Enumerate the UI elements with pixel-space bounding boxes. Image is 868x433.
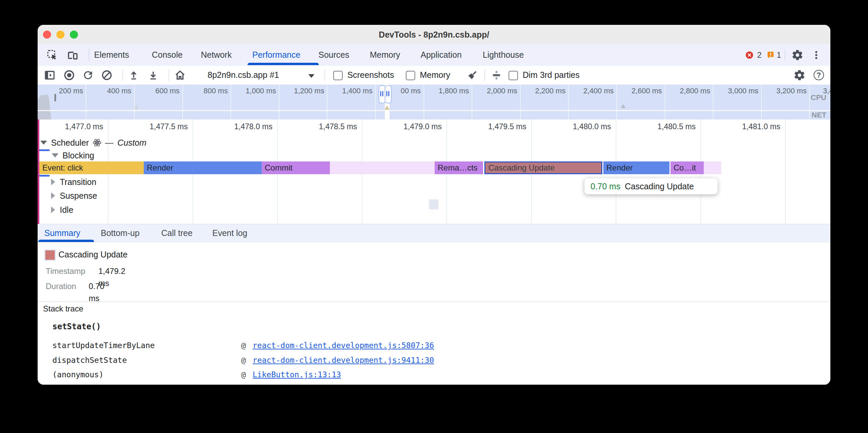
track-kind-dash: —	[105, 138, 114, 148]
screenshots-checkbox[interactable]	[333, 71, 343, 80]
overview-tick-label: 600 ms	[129, 87, 180, 95]
track-suspense[interactable]: Suspense	[51, 190, 97, 202]
clear-icon[interactable]	[101, 69, 113, 81]
event-color-swatch	[44, 249, 56, 261]
help-icon[interactable]: ?	[814, 70, 826, 82]
tab-sources[interactable]: Sources	[318, 45, 349, 65]
tab-memory[interactable]: Memory	[370, 45, 400, 65]
tab-performance[interactable]: Performance	[252, 45, 300, 65]
macos-titlebar: DevTools - 8p2n9n.csb.app/	[38, 25, 830, 45]
stack-frames: startUpdateTimerByLane@react-dom-client.…	[38, 338, 830, 385]
devtools-window: DevTools - 8p2n9n.csb.app/ Elements Cons…	[38, 25, 830, 385]
ruler-gridline	[785, 120, 786, 224]
flame-bar[interactable]: Render	[603, 162, 670, 174]
expand-triangle-icon[interactable]	[51, 206, 55, 213]
stack-frame-at: @	[241, 368, 246, 382]
tab-console[interactable]: Console	[152, 45, 183, 65]
device-toolbar-icon[interactable]	[66, 49, 79, 61]
window-title: DevTools - 8p2n9n.csb.app/	[38, 25, 830, 45]
dim-3rd-parties-label[interactable]: Dim 3rd parties	[523, 66, 580, 84]
tab-network[interactable]: Network	[201, 45, 232, 65]
record-and-reload-icon[interactable]	[82, 69, 94, 81]
flame-bar[interactable]	[330, 162, 435, 174]
collapse-triangle-icon[interactable]	[52, 154, 58, 158]
toolbar-separator	[168, 69, 169, 81]
overview-tick-label: 3,4	[823, 87, 830, 95]
flame-bar-label: Render	[603, 163, 633, 172]
overview-tick-label: 200 ms	[38, 87, 83, 95]
shrink-flame-chart-icon[interactable]	[490, 69, 502, 81]
memory-label[interactable]: Memory	[420, 66, 450, 84]
warning-count[interactable]: 1	[777, 45, 781, 65]
performance-settings-gear-icon[interactable]	[794, 69, 806, 81]
track-idle[interactable]: Idle	[51, 204, 73, 216]
warning-count-icon[interactable]	[767, 51, 775, 59]
source-location-link[interactable]: react-dom-client.development.js:5807:36	[253, 338, 434, 353]
flame-bar[interactable]: Rema…cts	[435, 162, 483, 174]
ruler-tick-label: 1,477.0 ms	[46, 122, 103, 131]
flame-bar[interactable]	[704, 162, 721, 174]
tab-event-log[interactable]: Event log	[212, 224, 247, 242]
ruler-tick-label: 1,479.5 ms	[469, 122, 526, 131]
overview-tick-label: 2,600 ms	[612, 87, 662, 95]
toggle-sidebar-icon[interactable]	[44, 69, 56, 81]
save-profile-icon[interactable]	[147, 69, 159, 81]
error-count[interactable]: 2	[757, 45, 762, 65]
timestamp-row: Timestamp 1,479.2 ms	[46, 265, 85, 277]
tab-call-tree[interactable]: Call tree	[161, 224, 192, 242]
flame-magenta-marker	[38, 120, 39, 224]
memory-checkbox[interactable]	[406, 71, 415, 80]
flame-bar[interactable]: Render	[144, 162, 262, 174]
collapse-triangle-icon[interactable]	[40, 141, 47, 145]
summary-tab-underline	[38, 240, 94, 242]
expand-triangle-icon[interactable]	[51, 178, 55, 185]
settings-gear-icon[interactable]	[792, 49, 804, 61]
track-scheduler-label: Scheduler	[51, 138, 89, 148]
flame-bar[interactable]: Co…it	[671, 162, 704, 174]
expand-triangle-icon[interactable]	[51, 192, 55, 199]
dim-3rd-parties-checkbox[interactable]	[508, 71, 518, 80]
flame-bar-label	[330, 163, 333, 172]
screenshots-label[interactable]: Screenshots	[347, 66, 394, 84]
more-options-kebab-icon[interactable]	[813, 50, 819, 62]
overview[interactable]: CPU NET 200 ms400 ms600 ms800 ms1,000 ms…	[38, 85, 830, 120]
track-idle-label: Idle	[60, 205, 73, 215]
track-transition[interactable]: Transition	[51, 176, 96, 188]
load-profile-icon[interactable]	[128, 69, 140, 81]
tab-lighthouse[interactable]: Lighthouse	[483, 45, 524, 65]
selection-marker-triangle	[384, 105, 389, 110]
duration-label: Duration	[46, 281, 76, 291]
collect-garbage-broom-icon[interactable]	[466, 69, 478, 81]
inspect-element-icon[interactable]	[46, 49, 58, 61]
stack-frame-function: startUpdateTimerByLane	[53, 338, 155, 353]
source-location-link[interactable]: LikeButton.js:13:13	[253, 368, 341, 382]
details-tabbar: Summary Bottom-up Call tree Event log	[38, 224, 830, 242]
source-location-link[interactable]: react-dom-client.development.js:9411:30	[253, 353, 434, 368]
flame-bar[interactable]: Cascading Update	[485, 162, 602, 174]
duration-value: 0.70 ms	[89, 280, 104, 304]
net-divider	[38, 110, 830, 111]
track-suspense-label: Suspense	[60, 191, 97, 201]
track-blocking[interactable]: Blocking	[52, 149, 94, 162]
record-icon[interactable]	[63, 69, 75, 81]
history-select-caret-icon[interactable]	[308, 74, 314, 78]
stack-frame-row: dispatchSetState@react-dom-client.develo…	[38, 353, 830, 368]
flame-bar[interactable]: Commit	[262, 162, 330, 174]
flame-bar[interactable]: Event: click	[39, 162, 144, 174]
stack-frame-row: startUpdateTimerByLane@react-dom-client.…	[38, 338, 830, 353]
ruler-tick-label: 1,480.0 ms	[554, 122, 611, 131]
timestamp-label: Timestamp	[46, 267, 85, 275]
tabbar-divider	[89, 49, 89, 61]
ruler-tick-label: 1,480.5 ms	[639, 122, 696, 131]
track-scheduler[interactable]: Scheduler — Custom	[40, 137, 147, 149]
overview-tick-label: 400 ms	[81, 87, 131, 95]
history-select[interactable]: 8p2n9n.csb.app #1	[208, 66, 279, 84]
overview-tick-label: 2,200 ms	[515, 87, 565, 95]
tab-application[interactable]: Application	[421, 45, 462, 65]
overview-tick-label: 3,000 ms	[708, 87, 758, 95]
tab-elements[interactable]: Elements	[94, 45, 129, 65]
error-count-icon[interactable]	[745, 51, 754, 59]
live-metrics-home-icon[interactable]	[174, 69, 186, 81]
overview-gridline	[809, 85, 810, 120]
tab-bottom-up[interactable]: Bottom-up	[101, 224, 140, 242]
